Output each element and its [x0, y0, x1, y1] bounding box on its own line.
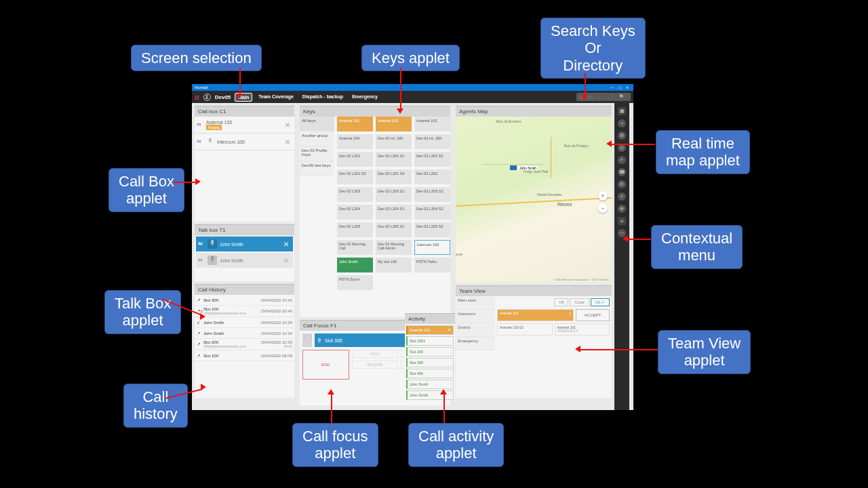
- key-cell[interactable]: Dev 02 Int. 200: [414, 134, 450, 149]
- marker-icon: [510, 165, 517, 170]
- end-button[interactable]: END: [302, 350, 349, 380]
- tv-off-button[interactable]: Off: [554, 298, 568, 306]
- capture-icon[interactable]: ⧈: [618, 217, 626, 225]
- map-place-label: ignon: [456, 252, 462, 256]
- key-cell[interactable]: Dev 02 L204: [337, 205, 373, 220]
- compass-icon[interactable]: ✧: [618, 192, 626, 201]
- key-cell[interactable]: Asterisk 104: [337, 134, 373, 149]
- talkbox-item-active[interactable]: ⇆ 🎙 John Smith ✕: [196, 237, 293, 251]
- key-cell[interactable]: Asterisk 101: [337, 117, 373, 131]
- key-cell[interactable]: Dev 02 L201 S3: [337, 169, 373, 184]
- activity-row[interactable]: John Smith: [406, 380, 454, 389]
- map-canvas[interactable]: Bois de Boutiers Bois de Pottigny Forge …: [456, 117, 612, 283]
- activity-row[interactable]: Slot 1001: [406, 336, 454, 346]
- gear-icon[interactable]: ⚙: [618, 131, 626, 140]
- teamview-section[interactable]: Main slots: [456, 296, 495, 310]
- key-cell[interactable]: My slot 100: [376, 258, 412, 272]
- teamview-section[interactable]: Emergency: [456, 337, 495, 350]
- key-cell[interactable]: John Smith: [337, 258, 373, 272]
- callbox-item[interactable]: ⇆ Asterisk 102 Ringing ✕: [195, 117, 294, 134]
- key-group[interactable]: Dev 02 Profile Keys: [300, 146, 334, 161]
- callout-teamview: Team View applet: [658, 330, 751, 374]
- key-cell[interactable]: Dev 02 L205 S1: [376, 222, 412, 237]
- phone-in-icon[interactable]: ☎: [618, 168, 626, 176]
- history-row[interactable]: ↗John Smith15/04/2022 10:39: [195, 328, 294, 339]
- callout-search-dir: Search Keys Or Directory: [540, 18, 646, 79]
- key-cell[interactable]: Dev 02 L202: [414, 169, 450, 184]
- key-cell[interactable]: Dev 02 L201 S4: [376, 169, 412, 184]
- key-cell[interactable]: Dev 02 L201: [337, 152, 373, 167]
- search-icon[interactable]: 🔍: [619, 94, 625, 100]
- key-group[interactable]: Dev05 test keys: [300, 161, 334, 176]
- crosshair-icon[interactable]: ⊕: [618, 205, 626, 213]
- key-cell[interactable]: PSTN Zoom: [337, 275, 373, 290]
- zoom-out-button[interactable]: −: [598, 203, 608, 213]
- key-cell[interactable]: Dev 02 L204 S2: [414, 205, 450, 220]
- key-cell[interactable]: Dev 02 Morning Call Admin: [376, 240, 412, 255]
- plus-circle-icon[interactable]: ＋: [618, 119, 626, 127]
- accept-button[interactable]: ACCEPT: [576, 309, 610, 321]
- close-icon[interactable]: ✕: [283, 121, 292, 129]
- keypad-icon[interactable]: ⋮⋮⋮: [302, 333, 312, 347]
- direction-icon: ↗: [197, 331, 203, 336]
- mic-icon: 🎙: [206, 138, 214, 146]
- zoom-in-button[interactable]: +: [598, 191, 608, 201]
- key-cell[interactable]: Dev 02 L205: [337, 222, 373, 237]
- screen-tabs: Main Team Coverage Dispatch - backup Eme…: [235, 93, 380, 102]
- key-cell[interactable]: Dev 02 L205 S2: [414, 222, 450, 237]
- close-icon[interactable]: ✕: [281, 257, 291, 264]
- tab-dispatch-backup[interactable]: Dispatch - backup: [300, 93, 346, 102]
- key-cell[interactable]: Asterisk 103: [414, 117, 450, 131]
- key-cell[interactable]: Dev 02 Int. 100: [376, 134, 412, 149]
- nav-icon[interactable]: ⌖: [618, 156, 626, 164]
- key-cell[interactable]: Dev 02 L201 S2: [414, 152, 450, 167]
- close-icon[interactable]: ✕: [448, 328, 451, 332]
- teamview-section[interactable]: District: [456, 323, 495, 337]
- activity-row[interactable]: Slot 200: [406, 347, 454, 357]
- teamview-section[interactable]: Intercoms: [456, 310, 495, 323]
- tv-on-button[interactable]: On ✓: [591, 298, 610, 306]
- map-header: Agents Map: [456, 106, 612, 117]
- key-cell[interactable]: Dev 02 L201 S1: [376, 152, 412, 167]
- close-icon[interactable]: ✕: [283, 138, 292, 146]
- history-row[interactable]: ↗Slot 10015/04/2022 09:08: [195, 350, 294, 361]
- key-cell[interactable]: Dev 02 Morning Call: [337, 240, 373, 255]
- key-cell[interactable]: Intercom 100: [414, 240, 450, 255]
- tv-cover-button[interactable]: Cover: [570, 298, 589, 306]
- key-cell[interactable]: Asterisk 102: [376, 117, 412, 131]
- activity-row[interactable]: Slot 400: [406, 369, 454, 378]
- history-row[interactable]: ↙John Smith15/04/2022 10:39: [195, 317, 294, 328]
- close-icon[interactable]: ✕: [281, 241, 291, 248]
- key-group[interactable]: Another group: [300, 131, 334, 146]
- key-cell[interactable]: Dev 02 L203: [337, 187, 373, 202]
- history-row[interactable]: ↗₂Slot 100100@alphacomsolution.com15/04/…: [195, 306, 294, 317]
- history-row[interactable]: ↗Slot 30015/04/2022 10:42: [195, 295, 294, 306]
- grid-icon[interactable]: ▦: [618, 107, 626, 115]
- close-button[interactable]: ✕: [624, 85, 631, 89]
- key-cell[interactable]: PSTN Twilio: [414, 258, 450, 272]
- callout-context: Contextual menu: [651, 225, 743, 269]
- history-row[interactable]: ↗Slot 200200@alphacomsolution.com15/04/2…: [195, 339, 294, 350]
- key-cell[interactable]: Dev 02 L203 S1: [376, 187, 412, 202]
- activity-row[interactable]: Asterisk 101✕: [406, 325, 454, 335]
- talkbox-item-name: John Smith: [220, 242, 279, 247]
- tab-emergency[interactable]: Emergency: [349, 93, 380, 102]
- callbox-item[interactable]: ⇆ 🎙 Intercom 100 ✕: [195, 134, 294, 150]
- direction-icon: ↙: [197, 320, 203, 325]
- tab-team-coverage[interactable]: Team Coverage: [256, 93, 296, 102]
- min-button[interactable]: —: [609, 85, 616, 89]
- release-button[interactable]: RELEASE: [352, 361, 399, 369]
- map-agent-marker[interactable]: John Smith: [510, 165, 538, 170]
- hold-button[interactable]: HOLD: [352, 350, 399, 358]
- tv-slot-chip[interactable]: Asterisk 101 1: [497, 309, 574, 321]
- key-group[interactable]: All keys: [300, 117, 334, 131]
- phone-out-icon[interactable]: ✆: [618, 180, 626, 188]
- max-button[interactable]: ▢: [616, 85, 623, 89]
- tv-slot-chip[interactable]: Asterisk 101 101@10.20.2.4: [555, 323, 610, 336]
- key-cell[interactable]: Dev 02 L203 S2: [414, 187, 450, 202]
- activity-row[interactable]: Slot 300: [406, 358, 454, 367]
- talkbox-item[interactable]: ⇆ 🎙 John Smith ✕: [196, 253, 293, 268]
- user-avatar-icon[interactable]: [203, 94, 211, 101]
- key-cell[interactable]: Dev 02 L204 S1: [376, 205, 412, 220]
- tv-slot-chip[interactable]: Asterisk 102-02: [497, 323, 553, 336]
